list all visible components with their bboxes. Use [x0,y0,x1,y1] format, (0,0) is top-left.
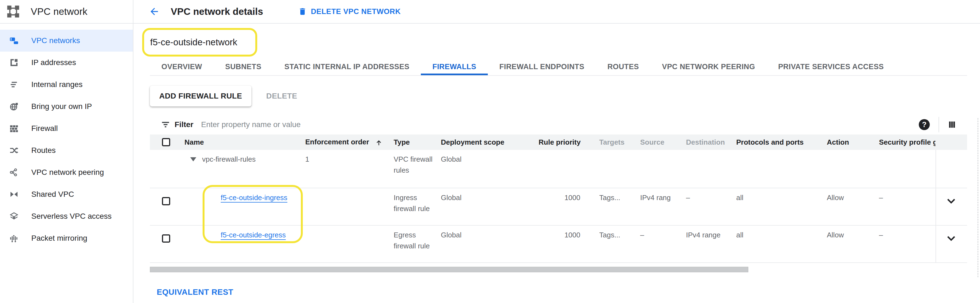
firewall-table-region: Filter ? [150,115,967,272]
row-action-cell: Allow [826,188,878,225]
ip-addresses-icon [10,58,19,67]
network-name-row: f5-ce-outside-network [150,28,967,57]
row-source-cell: – [639,225,685,262]
vpc-network-product-icon [6,5,20,19]
delete-vpc-network-button[interactable]: DELETE VPC NETWORK [298,7,401,16]
row-protocols-cell: all [735,188,826,225]
sidebar-item-label: Firewall [31,124,58,133]
row-rule-priority-cell: 1000 [538,188,581,225]
sidebar-item-serverless-vpc-access[interactable]: Serverless VPC access [0,205,133,227]
firewall-rule-link-egress[interactable]: f5-ce-outside-egress [221,231,286,239]
row-checkbox-cell [150,225,181,262]
sidebar-item-internal-ranges[interactable]: Internal ranges [0,73,133,95]
back-button[interactable] [149,6,160,17]
column-header-destination: Destination [685,138,735,147]
column-header-type: Type [393,138,440,147]
vpc-network-peering-icon [10,168,19,177]
row-checkbox[interactable] [162,197,170,205]
column-header-action: Action [826,138,878,147]
row-type-cell: VPC firewall rules [393,150,440,188]
sidebar-item-bring-your-own-ip[interactable]: Bring your own IP [0,95,133,117]
row-enforcement-order-cell [304,188,393,225]
serverless-vpc-access-icon [10,212,19,221]
tab-static-internal-ip-addresses[interactable]: STATIC INTERNAL IP ADDRESSES [273,58,421,75]
row-security-profile-cell [878,150,935,188]
tab-vpc-network-peering[interactable]: VPC NETWORK PEERING [651,58,767,75]
row-expand-cell [935,188,967,225]
row-checkbox-cell [150,188,181,225]
add-firewall-rule-button[interactable]: ADD FIREWALL RULE [150,86,251,106]
page-scrollbar[interactable] [978,118,978,277]
collapse-group-icon[interactable] [190,157,196,161]
row-security-profile-cell: – [878,188,935,225]
sidebar: VPC network VPC networks [0,0,134,303]
row-deployment-scope-cell: Global [440,188,538,225]
table-row-vpc-firewall-rules: vpc-firewall-rules 1 VPC firewall rules … [150,150,967,188]
tab-subnets[interactable]: SUBNETS [213,58,273,75]
page-header: VPC network details DELETE VPC NETWORK [134,0,980,24]
main-panel: VPC network details DELETE VPC NETWORK f… [134,0,980,303]
sidebar-item-packet-mirroring[interactable]: Packet mirroring [0,227,133,249]
row-targets-cell: Tags... [581,225,639,262]
row-action-cell: Allow [826,225,878,262]
table-toolbar: Filter ? [150,115,967,135]
row-deployment-scope-cell: Global [440,225,538,262]
row-destination-cell: – [685,188,735,225]
row-rule-priority-cell [538,150,581,188]
network-name-highlight-annotation: f5-ce-outside-network [142,28,257,57]
bring-your-own-ip-icon [10,102,19,111]
sidebar-item-label: IP addresses [31,58,76,67]
column-header-source: Source [639,138,685,147]
tab-overview[interactable]: OVERVIEW [150,58,213,75]
sidebar-item-label: Bring your own IP [31,102,92,111]
filter-button[interactable]: Filter [150,120,193,129]
row-type-cell: Egress firewall rule [393,225,440,262]
column-header-rule-priority: Rule priority [538,138,581,147]
tab-firewalls[interactable]: FIREWALLS [421,58,488,75]
expand-row-chevron-icon[interactable] [947,235,956,241]
content: f5-ce-outside-network OVERVIEW SUBNETS S… [134,28,980,297]
expand-row-chevron-icon[interactable] [947,198,956,204]
row-expand-cell [935,150,967,188]
sidebar-item-shared-vpc[interactable]: Shared VPC [0,183,133,205]
row-name-cell: f5-ce-outside-ingress [181,188,304,225]
help-icon[interactable]: ? [919,119,930,130]
sidebar-item-vpc-networks[interactable]: VPC networks [0,30,133,52]
row-protocols-cell [735,150,826,188]
sidebar-item-label: VPC network peering [31,168,104,177]
row-targets-cell [581,150,639,188]
horizontal-scrollbar-thumb[interactable] [150,267,748,272]
column-display-options-icon[interactable] [948,120,956,129]
routes-icon [10,146,19,155]
gcp-console: VPC network VPC networks [0,0,980,303]
row-source-cell: IPv4 rang [639,188,685,225]
row-enforcement-order-cell [304,225,393,262]
column-header-security-profile-groups: Security profile groups [878,138,935,147]
vpc-networks-icon [10,36,19,45]
sidebar-item-vpc-network-peering[interactable]: VPC network peering [0,161,133,183]
equivalent-rest-link[interactable]: EQUIVALENT REST [157,288,233,297]
tab-firewall-endpoints[interactable]: FIREWALL ENDPOINTS [488,58,596,75]
row-checkbox[interactable] [162,235,170,243]
sidebar-item-routes[interactable]: Routes [0,140,133,161]
sidebar-item-label: Shared VPC [31,190,74,199]
tab-private-services-access[interactable]: PRIVATE SERVICES ACCESS [767,58,896,75]
filter-input[interactable] [201,120,919,129]
row-source-cell [639,150,685,188]
table-row-f5-ce-outside-egress: f5-ce-outside-egress Egress firewall rul… [150,225,967,263]
row-name-cell: vpc-firewall-rules [181,150,304,188]
firewall-rule-link-ingress[interactable]: f5-ce-outside-ingress [221,194,287,202]
select-all-checkbox[interactable] [162,138,170,146]
column-header-enforcement-order[interactable]: Enforcement order [304,138,393,146]
delete-vpc-network-label: DELETE VPC NETWORK [311,7,401,16]
row-name-cell: f5-ce-outside-egress [181,225,304,262]
group-name[interactable]: vpc-firewall-rules [202,155,256,163]
actions-row: ADD FIREWALL RULE DELETE [150,86,967,106]
sidebar-item-ip-addresses[interactable]: IP addresses [0,52,133,73]
sidebar-item-firewall[interactable]: Firewall [0,117,133,140]
delete-rule-button[interactable]: DELETE [266,92,297,100]
tab-routes[interactable]: ROUTES [596,58,651,75]
shared-vpc-icon [10,190,19,199]
sidebar-item-label: Internal ranges [31,80,83,89]
row-destination-cell [685,150,735,188]
